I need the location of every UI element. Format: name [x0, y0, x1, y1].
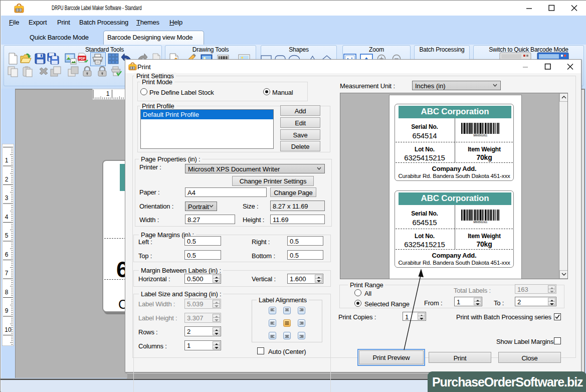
svg-text:1: 1: [5, 157, 9, 164]
svg-text:10: 10: [5, 326, 12, 333]
svg-text:7: 7: [5, 270, 9, 277]
svg-text:3: 3: [5, 194, 9, 202]
svg-text:PDF: PDF: [79, 57, 85, 60]
svg-text:8: 8: [5, 289, 9, 296]
svg-text:6: 6: [5, 251, 9, 258]
svg-text:5: 5: [5, 232, 9, 239]
svg-text:1: 1: [106, 90, 110, 97]
svg-text:2: 2: [5, 176, 9, 183]
svg-text:9: 9: [5, 307, 9, 314]
svg-text:4: 4: [5, 214, 9, 221]
